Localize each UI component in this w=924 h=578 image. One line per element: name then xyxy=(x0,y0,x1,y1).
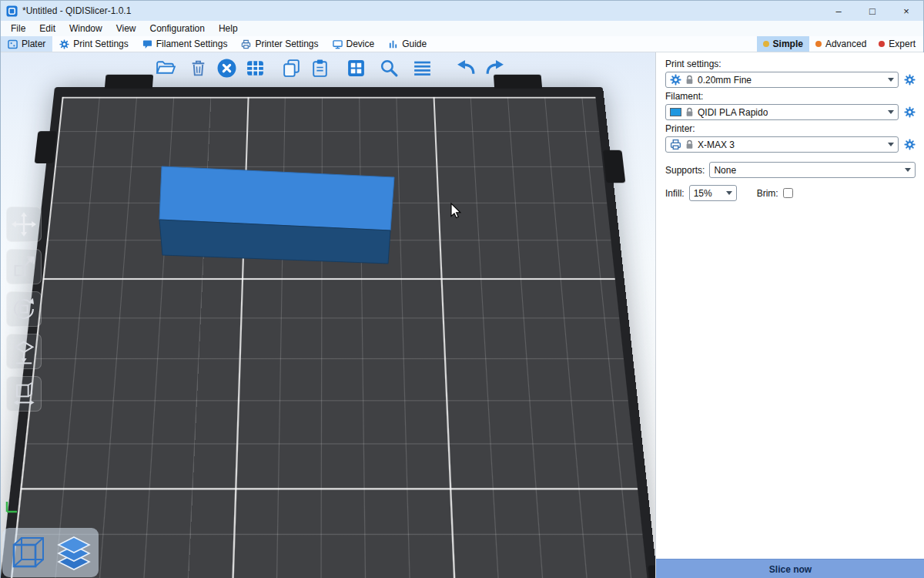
mode-label: Advanced xyxy=(825,39,866,49)
infill-select[interactable]: 15% xyxy=(689,185,737,201)
rotate-gizmo-button[interactable] xyxy=(6,291,42,327)
menu-item-configuration[interactable]: Configuration xyxy=(143,21,212,36)
place-on-face-gizmo-button[interactable] xyxy=(6,334,42,369)
redo-button[interactable] xyxy=(481,54,507,82)
open-project-button[interactable] xyxy=(152,54,178,82)
layers-stack-icon xyxy=(54,533,94,573)
print-settings-label: Print settings: xyxy=(665,59,916,69)
undo-button[interactable] xyxy=(453,54,479,82)
redo-icon xyxy=(484,58,505,79)
printer-select[interactable]: X-MAX 3 xyxy=(665,136,899,153)
mode-advanced[interactable]: Advanced xyxy=(809,36,872,52)
minimize-button[interactable]: – xyxy=(822,1,855,21)
copy-button[interactable] xyxy=(278,54,304,82)
supports-value: None xyxy=(714,165,736,176)
place-on-face-icon xyxy=(11,338,37,365)
device-icon xyxy=(333,39,343,49)
brim-checkbox[interactable] xyxy=(783,188,793,198)
menu-item-help[interactable]: Help xyxy=(212,21,245,36)
printer-gear-button[interactable] xyxy=(904,139,916,150)
infill-row: Infill: 15% Brim: xyxy=(665,185,916,201)
scale-gizmo-button[interactable] xyxy=(6,249,42,284)
tab-guide[interactable]: Guide xyxy=(381,36,434,52)
open-folder-icon xyxy=(155,58,176,79)
filament-settings-icon xyxy=(142,39,152,49)
mode-switcher: Simple Advanced Expert xyxy=(757,36,923,52)
tab-printer-settings[interactable]: Printer Settings xyxy=(234,36,325,52)
print-settings-select[interactable]: 0.20mm Fine xyxy=(665,72,899,88)
app-icon xyxy=(6,5,18,17)
supports-select[interactable]: None xyxy=(709,162,916,178)
tab-label: Filament Settings xyxy=(156,39,228,49)
main-area: Print settings: 0.20mm Fine Filament: QI… xyxy=(1,52,924,577)
filament-gear-button[interactable] xyxy=(904,106,916,118)
move-icon xyxy=(11,211,37,237)
printer-settings-icon xyxy=(241,39,251,49)
chevron-down-icon xyxy=(905,168,911,172)
print-settings-gear-button[interactable] xyxy=(904,74,916,86)
expert-mode-dot-icon xyxy=(879,41,885,47)
guide-icon xyxy=(388,39,398,49)
menu-item-view[interactable]: View xyxy=(109,21,143,36)
viewport-toolbar xyxy=(152,54,507,82)
3d-editor-view-button[interactable] xyxy=(6,530,49,575)
mode-simple[interactable]: Simple xyxy=(757,36,809,52)
split-to-objects-button[interactable] xyxy=(343,54,369,82)
tab-label: Print Settings xyxy=(73,39,128,49)
printer-icon xyxy=(670,139,681,150)
tab-filament-settings[interactable]: Filament Settings xyxy=(136,36,235,52)
menu-item-file[interactable]: File xyxy=(4,21,32,36)
maximize-button[interactable]: □ xyxy=(855,1,889,21)
delete-all-button[interactable] xyxy=(213,54,239,82)
measure-gizmo-button[interactable] xyxy=(6,376,42,412)
lock-icon xyxy=(685,139,694,150)
brim-label: Brim: xyxy=(757,188,778,199)
tab-plater[interactable]: Plater xyxy=(1,36,52,52)
printer-value: X-MAX 3 xyxy=(698,139,735,150)
search-button[interactable] xyxy=(376,54,402,82)
view-toggles xyxy=(2,528,99,577)
filament-row: QIDI PLA Rapido xyxy=(665,104,916,120)
print-settings-row: 0.20mm Fine xyxy=(665,72,916,88)
scale-icon xyxy=(11,254,37,280)
infill-value: 15% xyxy=(694,188,712,199)
titlebar: *Untitled - QIDISlicer-1.0.1 – □ × xyxy=(1,1,923,21)
arrange-icon xyxy=(245,58,266,79)
delete-button[interactable] xyxy=(185,54,211,82)
window-controls: – □ × xyxy=(822,1,923,21)
mode-expert[interactable]: Expert xyxy=(872,36,922,52)
trash-icon xyxy=(188,58,209,79)
menu-item-edit[interactable]: Edit xyxy=(32,21,62,36)
lock-icon xyxy=(685,75,694,85)
printer-label: Printer: xyxy=(665,123,916,134)
measure-icon xyxy=(11,381,37,407)
tab-device[interactable]: Device xyxy=(326,36,382,52)
application-window: *Untitled - QIDISlicer-1.0.1 – □ × File … xyxy=(0,0,924,578)
plater-icon xyxy=(8,39,18,49)
arrange-button[interactable] xyxy=(242,54,268,82)
3d-viewport[interactable] xyxy=(1,52,655,578)
gizmo-toolbar xyxy=(6,207,42,412)
paste-button[interactable] xyxy=(306,54,333,82)
preview-layers-view-button[interactable] xyxy=(52,530,95,575)
filament-select[interactable]: QIDI PLA Rapido xyxy=(665,104,899,120)
simple-mode-dot-icon xyxy=(763,41,769,47)
lock-icon xyxy=(685,107,694,117)
gear-icon xyxy=(670,74,681,86)
delete-all-icon xyxy=(216,58,237,79)
filament-color-swatch xyxy=(670,108,681,116)
3d-view-cube-icon xyxy=(8,533,48,573)
menu-item-window[interactable]: Window xyxy=(62,21,109,36)
close-button[interactable]: × xyxy=(889,1,923,21)
model-box-top-face[interactable] xyxy=(159,166,394,230)
supports-label: Supports: xyxy=(665,165,705,176)
advanced-mode-dot-icon xyxy=(815,41,822,47)
chevron-down-icon xyxy=(888,110,894,114)
move-gizmo-button[interactable] xyxy=(6,207,42,242)
tab-print-settings[interactable]: Print Settings xyxy=(52,36,135,52)
printer-row: X-MAX 3 xyxy=(665,136,916,153)
search-icon xyxy=(379,58,400,79)
variable-layer-height-button[interactable] xyxy=(409,54,435,82)
bed-origin-marker xyxy=(7,502,17,512)
slice-now-button[interactable]: Slice now xyxy=(656,559,924,578)
